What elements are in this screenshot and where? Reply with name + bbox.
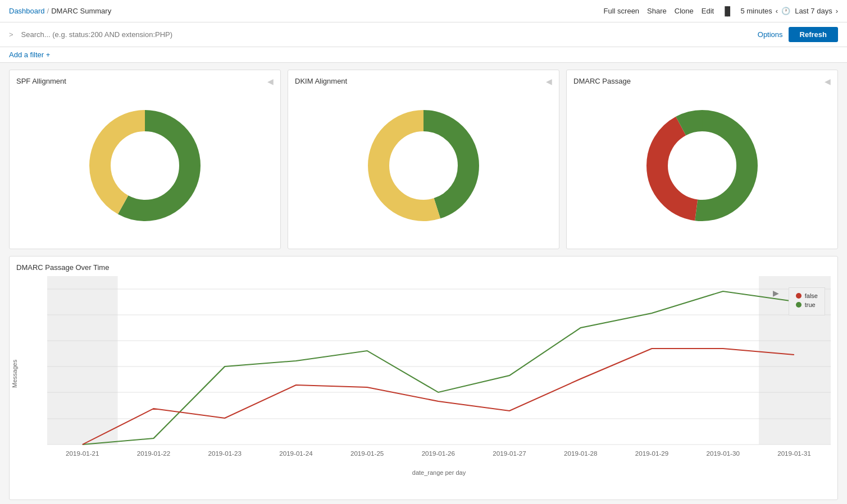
dkim-center-hole xyxy=(393,135,454,196)
true-dot xyxy=(796,302,802,308)
left-shade xyxy=(47,276,118,445)
true-line xyxy=(83,291,794,445)
svg-text:2019-01-31: 2019-01-31 xyxy=(777,451,810,457)
false-line xyxy=(83,349,794,445)
panels-row: SPF Allignment ◀ DKIM Alignment ◀ xyxy=(9,70,838,249)
dkim-gear-icon[interactable]: ◀ xyxy=(546,77,552,86)
x-axis-label: date_range per day xyxy=(47,469,831,476)
y-axis-label: Messages xyxy=(11,360,18,388)
dkim-donut-container xyxy=(295,90,552,241)
chart-panel: DMARC Passage Over Time Messages xyxy=(9,256,838,500)
legend-false: false xyxy=(796,292,818,299)
add-filter-button[interactable]: Add a filter + xyxy=(9,51,50,59)
search-icon: > xyxy=(9,30,13,39)
top-bar: Dashboard / DMARC Summary Full screen Sh… xyxy=(0,0,847,22)
svg-text:2019-01-23: 2019-01-23 xyxy=(208,451,242,457)
spf-center-hole xyxy=(114,135,176,196)
legend-true: true xyxy=(796,301,818,308)
spf-panel: SPF Allignment ◀ xyxy=(9,70,281,249)
dmarc-center-hole xyxy=(671,135,733,196)
spf-donut-svg xyxy=(83,104,207,227)
spf-gear-icon[interactable]: ◀ xyxy=(267,77,274,86)
edit-button[interactable]: Edit xyxy=(702,7,714,15)
svg-text:2019-01-28: 2019-01-28 xyxy=(564,451,597,457)
line-chart-svg: 0 20,000 40,000 60,000 80,000 100,000 12… xyxy=(47,276,831,467)
prev-time-button[interactable]: ‹ xyxy=(776,7,778,15)
breadcrumb-separator: / xyxy=(47,7,49,15)
main-content: SPF Allignment ◀ DKIM Alignment ◀ xyxy=(0,63,847,504)
false-dot xyxy=(796,293,802,299)
refresh-button[interactable]: Refresh xyxy=(789,27,838,42)
chart-legend: false true xyxy=(789,287,825,315)
clock-icon: 🕐 xyxy=(781,7,790,15)
svg-text:2019-01-24: 2019-01-24 xyxy=(279,451,312,457)
dkim-donut-svg xyxy=(362,104,485,227)
svg-text:2019-01-26: 2019-01-26 xyxy=(422,451,455,457)
breadcrumb: Dashboard / DMARC Summary xyxy=(9,7,111,15)
true-label: true xyxy=(805,301,816,308)
search-input[interactable] xyxy=(21,30,752,39)
legend-nav-icon[interactable]: ▶ xyxy=(773,288,779,297)
breadcrumb-current: DMARC Summary xyxy=(51,7,111,15)
dmarc-gear-icon[interactable]: ◀ xyxy=(825,77,831,86)
svg-text:2019-01-25: 2019-01-25 xyxy=(350,451,384,457)
panel-layout-icon[interactable]: ▐▌ xyxy=(722,6,732,16)
search-bar: > Options Refresh xyxy=(0,22,847,47)
next-time-button[interactable]: › xyxy=(836,7,838,15)
top-actions: Full screen Share Clone Edit ▐▌ 5 minute… xyxy=(604,6,838,16)
svg-text:2019-01-22: 2019-01-22 xyxy=(137,451,170,457)
options-button[interactable]: Options xyxy=(758,30,783,39)
dmarc-donut-svg xyxy=(640,104,764,227)
share-button[interactable]: Share xyxy=(647,7,667,15)
svg-text:2019-01-30: 2019-01-30 xyxy=(706,451,739,457)
dmarc-panel: DMARC Passage ◀ xyxy=(566,70,838,249)
full-screen-button[interactable]: Full screen xyxy=(604,7,640,15)
dkim-panel-title: DKIM Alignment xyxy=(295,77,552,85)
dmarc-donut-container xyxy=(573,90,831,241)
chart-area: 0 20,000 40,000 60,000 80,000 100,000 12… xyxy=(47,276,831,467)
svg-text:2019-01-27: 2019-01-27 xyxy=(493,451,526,457)
svg-text:2019-01-21: 2019-01-21 xyxy=(66,451,99,457)
false-label: false xyxy=(805,292,818,299)
svg-text:2019-01-29: 2019-01-29 xyxy=(635,451,668,457)
time-range-display: Last 7 days xyxy=(795,7,832,15)
breadcrumb-parent[interactable]: Dashboard xyxy=(9,7,45,15)
dkim-panel: DKIM Alignment ◀ xyxy=(288,70,559,249)
clone-button[interactable]: Clone xyxy=(675,7,694,15)
spf-donut-container xyxy=(16,90,274,241)
time-nav: 5 minutes ‹ 🕐 Last 7 days › xyxy=(740,7,838,15)
filter-bar: Add a filter + xyxy=(0,47,847,63)
interval-display: 5 minutes xyxy=(740,7,772,15)
spf-panel-title: SPF Allignment xyxy=(16,77,274,85)
chart-panel-title: DMARC Passage Over Time xyxy=(16,263,831,272)
dmarc-panel-title: DMARC Passage xyxy=(573,77,831,85)
